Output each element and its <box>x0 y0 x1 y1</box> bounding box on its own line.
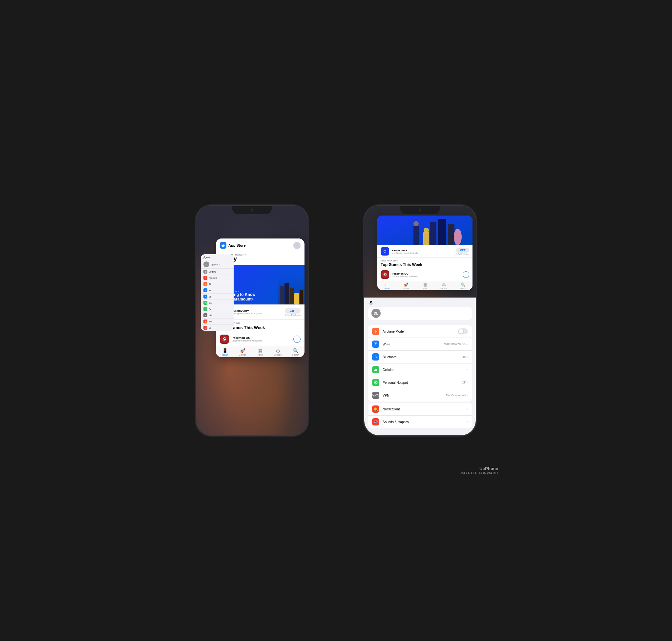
right-tab-games-label: Games <box>403 287 409 289</box>
settings-row-vpn: V VP <box>201 312 233 318</box>
right-download-btn[interactable]: ↓ <box>463 271 469 278</box>
right-paramount-app-row[interactable]: Paramount+ Live Sports, News & Originals… <box>377 245 472 258</box>
right-tab-today[interactable]: □ Today <box>377 282 397 290</box>
settings-tiny-header: Sett <box>201 254 233 260</box>
notifications-chevron: › <box>467 407 468 411</box>
cell-icon-bg: 📡 <box>203 301 207 305</box>
download-button[interactable]: ↓ <box>293 336 300 343</box>
right-tab-games[interactable]: 🚀 Games <box>397 282 415 290</box>
svg-rect-9 <box>430 222 436 245</box>
pokemon-sub: Discover Pokémon worldwide <box>232 340 293 342</box>
settings-tiny-title: Sett <box>203 256 210 260</box>
pokemon-row[interactable]: ⚽ Pokémon GO Discover Pokémon worldwide … <box>216 333 305 346</box>
right-get-button[interactable]: GET <box>456 248 469 253</box>
svg-point-5 <box>375 382 376 383</box>
pokemon-name: Pokémon GO <box>232 336 293 340</box>
software-label: Softwa <box>209 271 216 273</box>
settings-item-hotspot[interactable]: Personal Hotspot Off › <box>368 376 472 389</box>
settings-item-bluetooth[interactable]: β Bluetooth On › <box>368 351 472 364</box>
svg-rect-11 <box>448 224 455 245</box>
tab-search-label: Search <box>292 354 299 356</box>
right-tab-apps-icon: ▦ <box>423 283 427 287</box>
tab-arcade-icon: 🕹 <box>275 348 280 353</box>
cellular-icon <box>372 366 379 373</box>
scene: Sett DL Apple ID ⚙ Softwa ! Finish S ✈ <box>168 160 504 481</box>
wifi-chevron: › <box>467 342 468 346</box>
tab-games[interactable]: 🚀 Games <box>233 347 251 357</box>
tab-today-label: Today <box>222 354 228 356</box>
appstore-header: App Store <box>216 238 305 251</box>
appstore-card-right[interactable]: Paramount+ Live Sports, News & Originals… <box>377 216 472 290</box>
vpn-icon: VPN <box>372 392 379 399</box>
apple-id-label: Apple ID <box>211 263 219 266</box>
settings-row-wifi: 〜 W <box>201 287 233 293</box>
left-phone-screen: Sett DL Apple ID ⚙ Softwa ! Finish S ✈ <box>196 206 308 435</box>
tab-apps-label: Apps <box>258 354 263 356</box>
right-pokemon-sub: Discover Pokémon worldwide <box>392 275 463 277</box>
right-tab-games-icon: 🚀 <box>404 283 408 287</box>
settings-row-cell: 📡 Co <box>201 300 233 306</box>
right-tab-apps[interactable]: ▦ Apps <box>415 282 434 290</box>
settings-item-cellular[interactable]: Cellular › <box>368 364 472 376</box>
finish-icon: ! <box>203 276 207 280</box>
tab-search-icon: 🔍 <box>293 348 299 353</box>
settings-item-notifications[interactable]: 🔔 Notifications › <box>368 403 472 415</box>
bluetooth-icon: β <box>372 353 379 360</box>
right-pokemon-name: Pokémon GO <box>392 272 463 275</box>
airplane-label-bg: Ai <box>209 283 211 285</box>
svg-rect-3 <box>375 369 376 371</box>
settings-row-airplane: ✈ Ai <box>201 281 233 287</box>
bluetooth-chevron: › <box>467 355 468 358</box>
spongebob-char <box>294 293 299 304</box>
svg-point-17 <box>383 249 387 253</box>
right-tab-arcade[interactable]: 🕹 Arcade <box>434 282 454 290</box>
notif-icon-bg: 🔔 <box>203 319 207 324</box>
right-tab-arcade-icon: 🕹 <box>442 283 446 287</box>
wifi-icon <box>372 341 379 348</box>
svg-rect-4 <box>376 369 377 371</box>
settings-item-wifi[interactable]: Wi-Fi WIFI9B6778-5G › <box>368 338 472 351</box>
settings-item-airplane[interactable]: ✈ Airplane Mode <box>368 325 472 338</box>
settings-item-vpn[interactable]: VPN VPN Not Connected › <box>368 389 472 401</box>
right-pokemon-row[interactable]: ⚽ Pokémon GO Discover Pokémon worldwide … <box>377 269 472 281</box>
tab-apps-icon: ▦ <box>258 348 263 353</box>
get-button-container[interactable]: GET In-App Purchases <box>285 308 300 316</box>
settings-row-hotspot: 🔗 Pe <box>201 306 233 312</box>
bt-icon-bg: β <box>203 295 207 299</box>
paramount-app-info: Paramount+ Live Sports, News & Originals <box>232 309 285 315</box>
tab-apps[interactable]: ▦ Apps <box>251 347 269 357</box>
tab-games-label: Games <box>239 354 246 356</box>
settings-row-bt: β Bl <box>201 293 233 300</box>
right-trending-label: NOW TRENDING <box>381 260 469 262</box>
settings-row-sound: 🔊 So <box>201 325 233 331</box>
settings-item-sounds[interactable]: 🔊 Sounds & Haptics › <box>368 415 472 428</box>
right-tab-search[interactable]: 🔍 Search <box>454 282 472 290</box>
right-paramount-info: Paramount+ Live Sports, News & Originals <box>392 249 456 254</box>
tab-arcade-label: Arcade <box>274 354 282 356</box>
right-in-app-text: In-App Purchases <box>456 253 469 255</box>
pokemon-info: Pokémon GO Discover Pokémon worldwide <box>232 336 293 342</box>
right-tab-apps-label: Apps <box>422 287 427 289</box>
settings-section-notifications: 🔔 Notifications › 🔊 Sounds & Haptics › <box>368 403 472 428</box>
svg-rect-12 <box>423 232 429 245</box>
get-button[interactable]: GET <box>285 308 300 314</box>
tab-today[interactable]: 📱 Today <box>216 347 233 357</box>
svg-rect-2 <box>374 370 375 371</box>
settings-section-network: ✈ Airplane Mode Wi-Fi <box>368 325 472 401</box>
right-tab-search-icon: 🔍 <box>461 283 466 287</box>
right-phone: S DL ✈ Airplane Mode <box>364 206 476 435</box>
svg-rect-10 <box>438 219 446 245</box>
pokemon-icon: ⚽ <box>220 335 229 344</box>
tab-arcade[interactable]: 🕹 Arcade <box>269 347 287 357</box>
airplane-toggle[interactable] <box>458 328 468 334</box>
sounds-chevron: › <box>467 420 468 423</box>
dl-avatar: DL <box>203 261 209 267</box>
right-get-container[interactable]: GET In-App Purchases <box>456 248 469 255</box>
tab-search[interactable]: 🔍 Search <box>287 347 305 357</box>
hotspot-value: Off <box>462 381 466 384</box>
right-phone-screen: S DL ✈ Airplane Mode <box>364 206 476 435</box>
watermark-payette: PAYETTE FORWARD <box>461 472 498 475</box>
user-avatar-btn[interactable] <box>293 242 300 249</box>
sounds-label: Sounds & Haptics <box>382 420 467 424</box>
vpn-label-bg: VP <box>209 314 212 316</box>
